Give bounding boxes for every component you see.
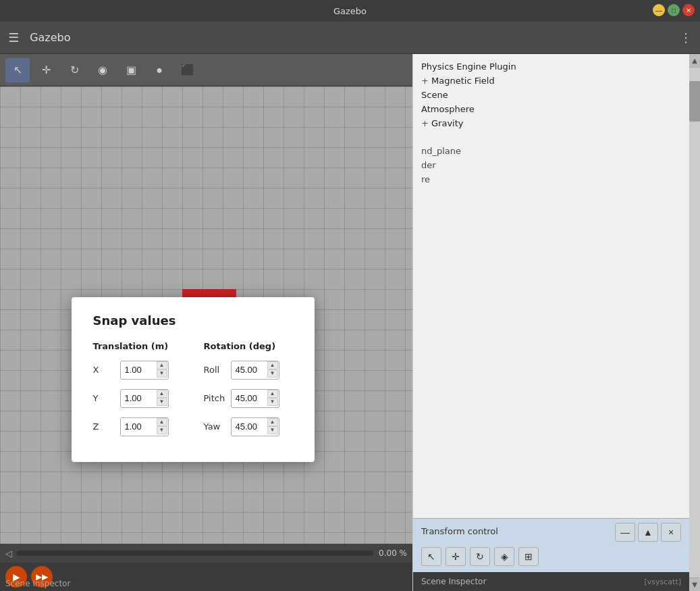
rotation-pitch-row: Pitch ▲ ▼ — [204, 389, 293, 408]
sidebar-tree: Physics Engine Plugin Magnetic Field Sce… — [413, 54, 689, 518]
transform-panel-title: Transform control — [421, 526, 498, 536]
sidebar-item-atmosphere[interactable]: Atmosphere — [421, 102, 681, 116]
translation-z-spinners: ▲ ▼ — [157, 418, 167, 434]
viewport[interactable]: ◁ 0.00 % ▶ ▶▶ Scene Inspector Snap value… — [0, 86, 412, 591]
transform-rotate-button[interactable]: ↻ — [470, 547, 490, 566]
sidebar-item-gravity[interactable]: Gravity — [421, 116, 681, 130]
translate-tool-button[interactable]: ✛ — [34, 58, 58, 82]
sidebar-item-scene[interactable]: Scene — [421, 88, 681, 102]
rotation-roll-input-wrap: ▲ ▼ — [231, 361, 279, 380]
translation-y-input-wrap: ▲ ▼ — [120, 389, 169, 408]
sidebar-item-re[interactable]: re — [421, 172, 681, 186]
progress-value-label: 0.00 % — [379, 548, 407, 558]
rotation-pitch-input-wrap: ▲ ▼ — [231, 389, 279, 408]
rotation-yaw-label: Yaw — [204, 421, 224, 432]
translation-x-spinners: ▲ ▼ — [157, 361, 167, 378]
translation-z-label: Z — [93, 421, 113, 432]
sphere-tool-button[interactable]: ● — [147, 58, 171, 82]
window-controls: — □ ✕ — [653, 4, 695, 16]
right-sidebar: Physics Engine Plugin Magnetic Field Sce… — [412, 54, 689, 591]
transform-select-button[interactable]: ↖ — [421, 547, 441, 566]
transform-expand-button[interactable]: ▲ — [638, 523, 658, 542]
rotation-yaw-spinners: ▲ ▼ — [267, 418, 278, 434]
progress-arrow-icon: ◁ — [5, 548, 12, 559]
translation-y-label: Y — [93, 393, 113, 403]
toolbar: ↖ ✛ ↻ ◉ ▣ ● ⬛ — [0, 54, 412, 86]
minimize-button[interactable]: — — [653, 4, 665, 16]
sidebar-item-physics[interactable]: Physics Engine Plugin — [421, 59, 681, 74]
progress-track — [16, 550, 373, 556]
rotation-section-title: Rotation (deg) — [204, 341, 293, 351]
translation-y-spinners: ▲ ▼ — [157, 390, 167, 406]
snap-columns: Translation (m) X ▲ ▼ — [93, 341, 293, 446]
transform-tool-buttons: ↖ ✛ ↻ ◈ ⊞ — [421, 547, 681, 566]
scrollbar-up-button[interactable]: ▲ — [689, 54, 700, 68]
scrollbar-track — [689, 68, 700, 577]
rotation-roll-up-button[interactable]: ▲ — [267, 361, 278, 369]
maximize-button[interactable]: □ — [668, 4, 680, 16]
cylinder-tool-button[interactable]: ⬛ — [176, 58, 200, 82]
rotation-column: Rotation (deg) Roll ▲ ▼ — [204, 341, 293, 446]
close-button[interactable]: ✕ — [682, 4, 695, 16]
rotation-roll-spinners: ▲ ▼ — [267, 361, 278, 378]
translation-z-input-wrap: ▲ ▼ — [120, 417, 169, 436]
scene-inspector-bar: Scene Inspector [vsyscatt] — [413, 572, 689, 591]
translation-column: Translation (m) X ▲ ▼ — [93, 341, 182, 446]
rotation-roll-down-button[interactable]: ▼ — [267, 369, 278, 378]
rotation-pitch-up-button[interactable]: ▲ — [267, 390, 278, 398]
rotation-pitch-down-button[interactable]: ▼ — [267, 398, 278, 406]
rotation-yaw-up-button[interactable]: ▲ — [267, 418, 278, 426]
rotation-pitch-spinners: ▲ ▼ — [267, 390, 278, 406]
hamburger-icon[interactable]: ☰ — [8, 30, 19, 45]
rotation-pitch-label: Pitch — [204, 393, 224, 403]
more-options-icon[interactable]: ⋮ — [680, 30, 692, 45]
scene-inspector-label: Scene Inspector — [5, 579, 70, 588]
title-bar: Gazebo — □ ✕ — [0, 0, 700, 22]
camera-tool-button[interactable]: ◉ — [90, 58, 115, 82]
box-tool-button[interactable]: ▣ — [119, 58, 143, 82]
rotation-yaw-down-button[interactable]: ▼ — [267, 426, 278, 434]
transform-grid-button[interactable]: ⊞ — [518, 547, 539, 566]
translation-z-down-button[interactable]: ▼ — [157, 426, 167, 434]
transform-close-button[interactable]: × — [661, 523, 681, 542]
select-tool-button[interactable]: ↖ — [5, 58, 30, 82]
rotate-tool-button[interactable]: ↻ — [62, 58, 86, 82]
rotation-yaw-input-wrap: ▲ ▼ — [231, 417, 279, 436]
translation-x-up-button[interactable]: ▲ — [157, 361, 167, 369]
scrollbar-thumb[interactable] — [689, 81, 700, 122]
translation-y-row: Y ▲ ▼ — [93, 389, 182, 408]
translation-z-row: Z ▲ ▼ — [93, 417, 182, 436]
translation-x-row: X ▲ ▼ — [93, 361, 182, 380]
right-scrollbar[interactable]: ▲ ▼ — [689, 54, 700, 591]
transform-minimize-button[interactable]: — — [615, 523, 635, 542]
translation-x-input-wrap: ▲ ▼ — [120, 361, 169, 380]
translation-z-up-button[interactable]: ▲ — [157, 418, 167, 426]
snap-dialog-title: Snap values — [93, 313, 293, 328]
translation-x-down-button[interactable]: ▼ — [157, 369, 167, 378]
translation-section-title: Translation (m) — [93, 341, 182, 351]
scrollbar-down-button[interactable]: ▼ — [689, 577, 700, 591]
main-area: ↖ ✛ ↻ ◉ ▣ ● ⬛ — [0, 54, 700, 591]
rotation-roll-label: Roll — [204, 365, 224, 375]
translation-x-label: X — [93, 365, 113, 375]
bottom-playback-controls: ▶ ▶▶ Scene Inspector — [0, 563, 412, 591]
window-title: Gazebo — [333, 6, 367, 16]
vsyscatt-label: [vsyscatt] — [645, 577, 681, 586]
rotation-roll-row: Roll ▲ ▼ — [204, 361, 293, 380]
translation-y-down-button[interactable]: ▼ — [157, 398, 167, 406]
transform-snap-button[interactable]: ◈ — [494, 547, 514, 566]
app-title-label: Gazebo — [30, 31, 669, 44]
snap-values-dialog: Snap values Translation (m) X — [72, 297, 315, 462]
scene-inspector-text: Scene Inspector — [421, 577, 486, 586]
app-container: ☰ Gazebo ⋮ ↖ ✛ ↻ ◉ ▣ ● ⬛ — [0, 22, 700, 591]
menu-bar: ☰ Gazebo ⋮ — [0, 22, 700, 54]
sidebar-item-nd-plane[interactable]: nd_plane — [421, 144, 681, 158]
rotation-yaw-row: Yaw ▲ ▼ — [204, 417, 293, 436]
sidebar-item-der[interactable]: der — [421, 158, 681, 172]
translation-y-up-button[interactable]: ▲ — [157, 390, 167, 398]
transform-translate-button[interactable]: ✛ — [446, 547, 466, 566]
progress-bar-area: ◁ 0.00 % — [0, 544, 412, 563]
transform-panel: Transform control — ▲ × ↖ ✛ ↻ ◈ ⊞ — [413, 518, 689, 572]
sidebar-item-magnetic[interactable]: Magnetic Field — [421, 74, 681, 88]
